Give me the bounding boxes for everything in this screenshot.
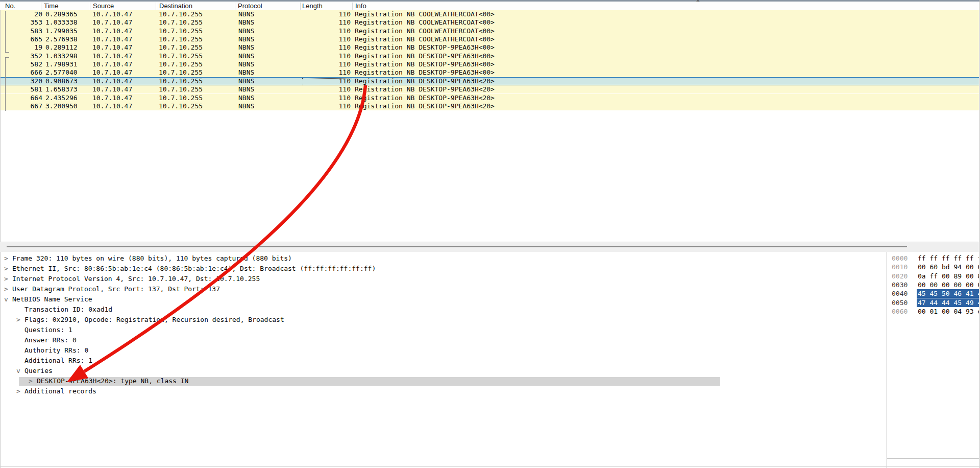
packet-cell-source: 10.7.10.47 (92, 27, 132, 35)
packet-row[interactable]: 3521.03329810.7.10.4710.7.10.255NBNS110R… (1, 52, 979, 60)
column-divider[interactable] (352, 3, 353, 10)
packet-row[interactable]: 6652.57693810.7.10.4710.7.10.255NBNS110R… (1, 35, 979, 43)
detail-row-queries[interactable]: vQueries (1, 366, 886, 376)
hex-bytes[interactable]: 00 01 00 04 93 e0 (918, 307, 979, 316)
packet-row[interactable]: 3531.03333810.7.10.4710.7.10.255NBNS110R… (1, 18, 979, 27)
column-divider[interactable] (156, 3, 156, 10)
detail-text: Internet Protocol Version 4, Src: 10.7.1… (12, 274, 260, 284)
hex-row-selected[interactable]: 005047 44 44 45 49 43 (887, 298, 979, 307)
packet-cell-source: 10.7.10.47 (92, 18, 132, 27)
hex-bytes[interactable]: 00 60 bd 94 00 00 (918, 263, 979, 271)
packet-row-selected[interactable]: 3200.90867310.7.10.4710.7.10.255NBNS110R… (1, 77, 979, 85)
detail-text: Authority RRs: 0 (24, 345, 88, 356)
detail-row-answer-rrs[interactable]: Answer RRs: 0 (1, 335, 886, 345)
packet-row[interactable]: 5811.65837310.7.10.4710.7.10.255NBNS110R… (1, 85, 979, 93)
packet-cell-destination: 10.7.10.255 (159, 18, 203, 27)
window-bottom-border (0, 466, 980, 467)
packet-cell-protocol: NBNS (238, 43, 254, 52)
hex-bytes[interactable]: ff ff ff ff ff ff (918, 254, 979, 263)
column-divider[interactable] (300, 3, 301, 10)
column-header-info[interactable]: Info (355, 2, 366, 10)
column-header-source[interactable]: Source (93, 2, 114, 10)
packet-row[interactable]: 190.28911210.7.10.4710.7.10.255NBNS110Re… (1, 43, 979, 52)
detail-row-additional-records[interactable]: >Additional records (1, 386, 886, 396)
detail-row-flags[interactable]: >Flags: 0x2910, Opcode: Registration, Re… (1, 315, 886, 325)
packet-row[interactable]: 200.28936510.7.10.4710.7.10.255NBNS110Re… (1, 10, 979, 18)
packet-cell-destination: 10.7.10.255 (159, 52, 203, 60)
column-divider[interactable] (90, 3, 90, 10)
expander-icon[interactable]: > (16, 315, 20, 325)
packet-cell-destination: 10.7.10.255 (159, 68, 203, 77)
packet-cell-length: 110 (307, 102, 351, 110)
detail-row-nbns[interactable]: vNetBIOS Name Service (1, 294, 886, 305)
detail-row-authority-rrs[interactable]: Authority RRs: 0 (1, 345, 886, 356)
hscrollbar-thumb[interactable] (7, 246, 907, 247)
packet-cell-destination: 10.7.10.255 (159, 60, 203, 68)
hex-row-selected[interactable]: 004045 45 50 46 41 43 (887, 289, 979, 298)
focus-cell-outline (302, 78, 352, 85)
packet-cell-source: 10.7.10.47 (92, 102, 132, 110)
column-divider[interactable] (41, 3, 41, 10)
expander-icon[interactable]: v (4, 294, 8, 305)
packet-cell-length: 110 (307, 60, 351, 68)
column-header-destination[interactable]: Destination (159, 2, 192, 10)
detail-text: Flags: 0x2910, Opcode: Registration, Rec… (24, 315, 284, 325)
packet-cell-protocol: NBNS (238, 52, 254, 60)
detail-row-transaction-id[interactable]: Transaction ID: 0xad1d (1, 305, 886, 315)
packet-row[interactable]: 6642.43529610.7.10.4710.7.10.255NBNS110R… (1, 94, 979, 102)
packet-row[interactable]: 6662.57704010.7.10.4710.7.10.255NBNS110R… (1, 68, 979, 77)
packet-cell-protocol: NBNS (238, 102, 254, 110)
packet-cell-info: Registration NB COOLWEATHERCOAT<00> (355, 10, 495, 18)
packet-cell-destination: 10.7.10.255 (159, 77, 203, 85)
hex-row[interactable]: 0000ff ff ff ff ff ff (887, 254, 979, 263)
detail-row-questions[interactable]: Questions: 1 (1, 325, 886, 335)
hex-dump-pane: 0000ff ff ff ff ff ff 001000 60 bd 94 00… (887, 252, 979, 459)
packet-cell-destination: 10.7.10.255 (159, 27, 203, 35)
expander-icon[interactable]: v (16, 366, 20, 376)
column-header-time[interactable]: Time (44, 2, 58, 10)
packet-row[interactable]: 5831.79903510.7.10.4710.7.10.255NBNS110R… (1, 27, 979, 35)
hex-row[interactable]: 001000 60 bd 94 00 00 (887, 263, 979, 271)
column-header-length[interactable]: Length (302, 2, 323, 10)
column-header-no[interactable]: No. (5, 2, 15, 10)
column-divider[interactable] (235, 3, 235, 10)
hex-bytes[interactable]: 47 44 44 45 49 43 (917, 298, 979, 307)
expander-icon[interactable]: > (4, 274, 8, 284)
hex-bytes[interactable]: 45 45 50 46 41 43 (917, 289, 979, 298)
expander-icon[interactable]: > (16, 386, 20, 396)
packet-list-hscrollbar[interactable] (0, 242, 979, 252)
packet-cell-length: 110 (307, 10, 351, 18)
detail-text: Questions: 1 (24, 325, 72, 335)
packet-cell-length: 110 (307, 35, 351, 43)
detail-row-additional-rrs[interactable]: Additional RRs: 1 (1, 356, 886, 366)
hex-row[interactable]: 003000 00 00 00 00 01 (887, 280, 979, 289)
packet-cell-length: 110 (307, 94, 351, 102)
hex-bytes[interactable]: 0a ff 00 89 00 89 (918, 272, 979, 280)
packet-cell-info: Registration NB DESKTOP-9PEA63H<20> (355, 85, 495, 93)
hex-offset: 0050 (892, 298, 908, 307)
detail-text: Ethernet II, Src: 80:86:5b:ab:1e:c4 (80:… (12, 264, 376, 274)
detail-row-udp[interactable]: >User Datagram Protocol, Src Port: 137, … (1, 284, 886, 294)
expander-icon[interactable]: > (4, 284, 8, 294)
packet-row[interactable]: 5821.79893110.7.10.4710.7.10.255NBNS110R… (1, 60, 979, 68)
packet-row[interactable]: 6673.20095010.7.10.4710.7.10.255NBNS110R… (1, 102, 979, 110)
detail-row-frame[interactable]: >Frame 320: 110 bytes on wire (880 bits)… (1, 253, 886, 264)
hex-row[interactable]: 006000 01 00 04 93 e0 (887, 307, 979, 316)
expander-icon[interactable]: > (29, 376, 33, 386)
detail-text: NetBIOS Name Service (12, 294, 92, 305)
packet-cell-protocol: NBNS (238, 68, 254, 77)
packet-list-header: No. Time Source Destination Protocol Len… (0, 2, 979, 11)
hex-bytes[interactable]: 00 00 00 00 00 01 (918, 280, 979, 289)
packet-cell-protocol: NBNS (238, 18, 254, 27)
expander-icon[interactable]: > (4, 253, 8, 264)
column-header-protocol[interactable]: Protocol (238, 2, 262, 10)
packet-cell-time: 3.200950 (45, 102, 78, 110)
packet-cell-length: 110 (307, 52, 351, 60)
hex-offset: 0010 (892, 263, 908, 271)
hex-row[interactable]: 00200a ff 00 89 00 89 (887, 272, 979, 280)
packet-cell-time: 2.577040 (45, 68, 78, 77)
detail-row-ip[interactable]: >Internet Protocol Version 4, Src: 10.7.… (1, 274, 886, 284)
detail-row-ethernet[interactable]: >Ethernet II, Src: 80:86:5b:ab:1e:c4 (80… (1, 264, 886, 274)
expander-icon[interactable]: > (4, 264, 8, 274)
detail-row-query-name-selected[interactable]: >DESKTOP-9PEA63H<20>: type NB, class IN (1, 376, 886, 386)
